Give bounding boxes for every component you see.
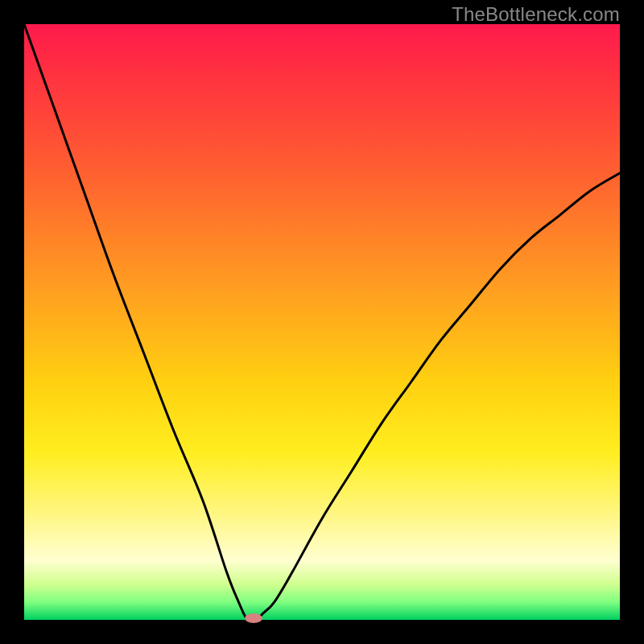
optimal-point-marker	[245, 613, 262, 623]
chart-frame: TheBottleneck.com	[0, 0, 644, 644]
plot-area	[24, 24, 620, 620]
bottleneck-curve	[24, 24, 620, 620]
watermark-text: TheBottleneck.com	[452, 3, 620, 26]
